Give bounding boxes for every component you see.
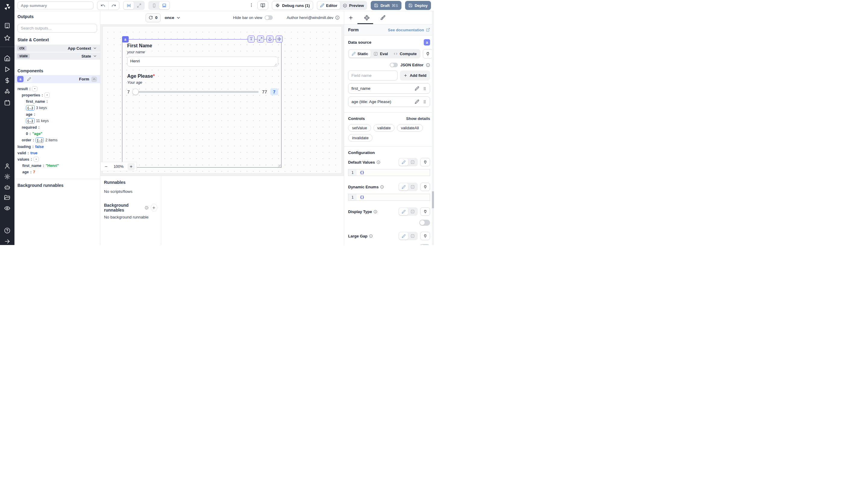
static-mode-button[interactable]	[399, 232, 408, 240]
default-values-editor[interactable]: 1 {}	[348, 169, 430, 176]
eval-mode-button[interactable]: f	[408, 208, 417, 215]
control-pill-setvalue[interactable]: setValue	[348, 124, 371, 132]
static-mode-button[interactable]	[399, 208, 408, 215]
more-options-kebab-icon[interactable]	[249, 3, 254, 8]
first-name-input[interactable]: Henri	[127, 57, 278, 67]
variables-dollar-icon[interactable]	[4, 77, 10, 84]
control-pill-invalidate[interactable]: invalidate	[348, 134, 373, 142]
component-resize-handle[interactable]	[278, 164, 281, 167]
draft-button[interactable]: Draft ⌘S	[371, 1, 401, 10]
connect-plug-button[interactable]	[420, 183, 430, 191]
selected-form-component[interactable]: a First Name your name Henri Age Pleas	[122, 39, 281, 167]
home-icon[interactable]	[4, 55, 10, 61]
debug-runs-button[interactable]: Debug runs (1)	[272, 1, 313, 10]
workspace-icon[interactable]	[4, 22, 10, 29]
textarea-resize-grip[interactable]	[274, 63, 277, 66]
edit-field-pencil-icon[interactable]	[415, 99, 419, 104]
deploy-button[interactable]: Deploy	[405, 1, 431, 10]
collapse-component-button[interactable]	[91, 76, 97, 82]
add-field-button[interactable]: Add field	[400, 70, 430, 81]
age-slider[interactable]	[133, 91, 258, 93]
insert-component-tab[interactable]	[348, 15, 353, 21]
scrollbar-thumb[interactable]	[432, 191, 434, 208]
add-background-runnable-button[interactable]	[151, 204, 157, 212]
mobile-view-button[interactable]	[149, 1, 159, 9]
refresh-runnables-button[interactable]: 0	[146, 13, 161, 22]
collapse-node-button[interactable]: -	[32, 86, 37, 91]
top-toolbar: Debug runs (1) Editor Preview Draft ⌘S D…	[14, 0, 434, 11]
expand-object-button[interactable]: {...}	[26, 118, 35, 124]
folders-icon[interactable]	[4, 194, 10, 201]
control-pill-validate[interactable]: validate	[373, 124, 395, 132]
redo-button[interactable]	[108, 1, 119, 10]
expand-down-button[interactable]	[248, 36, 255, 42]
large-gap-toggle[interactable]	[419, 244, 430, 245]
connect-plug-button[interactable]	[420, 207, 430, 216]
field-name-input[interactable]	[348, 70, 398, 81]
favorites-star-icon[interactable]	[4, 35, 10, 41]
field-row-first-name[interactable]: first_name	[348, 83, 430, 94]
windmill-logo-icon[interactable]	[3, 3, 11, 11]
static-mode-button[interactable]	[399, 158, 408, 166]
desktop-view-button[interactable]	[159, 1, 169, 9]
eval-mode-button[interactable]: f	[408, 158, 417, 166]
fullscreen-component-button[interactable]	[257, 36, 264, 42]
compute-mode-tab[interactable]: Compute	[391, 50, 419, 58]
connect-plug-button[interactable]	[420, 158, 430, 166]
see-documentation-link[interactable]: See documentation	[388, 28, 430, 32]
fullscreen-button[interactable]	[134, 1, 144, 9]
zoom-out-button[interactable]: −	[102, 163, 110, 170]
component-settings-tab[interactable]	[364, 15, 370, 21]
component-form-row[interactable]: a Form	[14, 75, 100, 83]
run-mode-dropdown[interactable]: once	[165, 16, 181, 20]
search-outputs-input[interactable]	[18, 24, 97, 33]
field-row-age[interactable]: age (title: Age Please)	[348, 96, 430, 107]
workers-robot-icon[interactable]	[4, 184, 10, 190]
collapse-node-button[interactable]: -	[44, 93, 50, 98]
expand-object-button[interactable]: {...}	[26, 105, 35, 111]
app-summary-input[interactable]	[18, 1, 93, 9]
undo-button[interactable]	[97, 1, 108, 10]
settings-gear-icon[interactable]	[4, 173, 10, 180]
static-mode-button[interactable]	[399, 183, 408, 190]
anchor-component-button[interactable]	[267, 36, 273, 42]
docs-book-button[interactable]	[257, 1, 268, 10]
eval-mode-button[interactable]: f	[408, 183, 417, 190]
control-pill-validateall[interactable]: validateAll	[397, 124, 423, 132]
window-scrollbar[interactable]	[432, 11, 434, 245]
static-mode-tab[interactable]: Static	[349, 50, 371, 58]
show-details-link[interactable]: Show details	[406, 116, 430, 121]
json-editor-toggle[interactable]	[390, 63, 398, 67]
drag-grip-icon[interactable]	[423, 87, 427, 91]
edit-component-icon[interactable]	[26, 76, 32, 82]
runs-play-icon[interactable]	[4, 66, 10, 73]
schedules-calendar-icon[interactable]	[4, 99, 10, 106]
connect-plug-button[interactable]	[420, 232, 430, 240]
move-component-button[interactable]	[276, 36, 283, 42]
zoom-in-button[interactable]: +	[127, 163, 135, 170]
display-type-toggle[interactable]	[419, 220, 430, 226]
connect-plug-button[interactable]	[423, 49, 433, 58]
dynamic-enums-editor[interactable]: 1 {}	[348, 194, 430, 201]
collapse-node-button[interactable]: -	[33, 157, 39, 162]
preview-tab[interactable]: Preview	[340, 1, 367, 9]
eval-mode-tab[interactable]: f Eval	[371, 50, 391, 58]
edit-field-pencil-icon[interactable]	[415, 86, 419, 91]
ctx-row[interactable]: ctx App Context	[14, 44, 100, 52]
users-icon[interactable]	[4, 163, 10, 170]
resources-cubes-icon[interactable]	[4, 88, 10, 95]
drag-grip-icon[interactable]	[423, 100, 427, 104]
help-icon[interactable]	[4, 227, 10, 234]
state-row[interactable]: state State	[14, 53, 100, 60]
slider-knob[interactable]	[132, 89, 138, 95]
audit-eye-icon[interactable]	[4, 205, 10, 212]
expand-array-button[interactable]: [...]	[36, 137, 44, 143]
component-id-tab[interactable]: a	[122, 36, 129, 42]
collapse-rail-arrow-icon[interactable]	[4, 238, 10, 245]
styling-brush-tab[interactable]	[380, 15, 385, 21]
editor-tab[interactable]: Editor	[317, 1, 340, 9]
hide-bar-toggle[interactable]	[265, 16, 273, 20]
eval-mode-button[interactable]: f	[408, 232, 417, 240]
app-canvas[interactable]: a First Name your name Henri Age Pleas	[102, 26, 342, 174]
align-center-button[interactable]	[124, 1, 134, 9]
